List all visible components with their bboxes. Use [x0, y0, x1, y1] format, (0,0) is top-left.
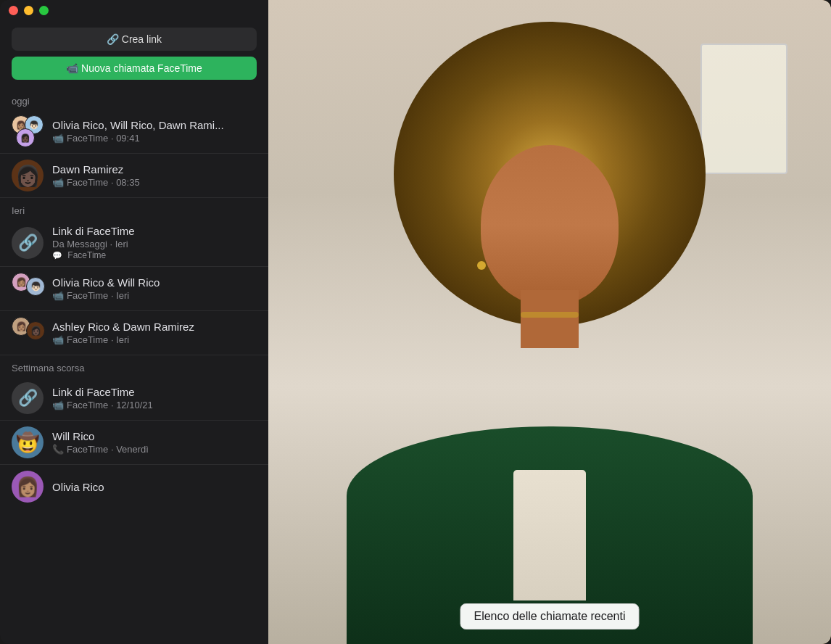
avatar-ashley-dawn: 👩🏽 👩🏿: [12, 317, 44, 349]
title-bar: [0, 0, 268, 20]
call-meta-olivia-will: 📹 FaceTime · Ieri: [52, 290, 257, 301]
section-label-settimana: Settimana scorsa: [0, 355, 268, 376]
facetime-icon: 📹: [52, 400, 64, 410]
phone-icon: 📞: [52, 444, 64, 455]
call-meta-link2: 📹 FaceTime · 12/10/21: [52, 400, 257, 410]
facetime-icon: 📹: [52, 177, 64, 188]
call-item-dawn[interactable]: 👩🏿 Dawn Ramirez 📹 FaceTime · 08:35: [0, 154, 268, 198]
link-icon2: 🔗: [12, 382, 44, 414]
facetime-icon: 📹: [52, 133, 64, 144]
call-name-olivia-will: Olivia Rico & Will Rico: [52, 276, 257, 289]
call-item-link1[interactable]: 🔗 Link di FaceTime Da Messaggi · Ieri 💬 …: [0, 219, 268, 267]
avatar-olivia: 👩🏽: [12, 471, 44, 503]
avatar-dawn: 👩🏿: [12, 160, 44, 191]
facetime-icon: 📹: [52, 334, 64, 345]
call-meta-will: 📞 FaceTime · Venerdì: [52, 444, 257, 455]
call-info-olivia-will: Olivia Rico & Will Rico 📹 FaceTime · Ier…: [52, 276, 257, 301]
call-name-will: Will Rico: [52, 430, 257, 442]
call-info-dawn: Dawn Ramirez 📹 FaceTime · 08:35: [52, 163, 257, 188]
avatar-olivia-will: 👩🏽 👦🏻: [12, 273, 44, 305]
call-item-ashley-dawn[interactable]: 👩🏽 👩🏿 Ashley Rico & Dawn Ramirez 📹 FaceT…: [0, 311, 268, 355]
avatar-will: 🤠: [12, 426, 44, 458]
sidebar: 🔗 Crea link 📹 Nuova chiamata FaceTime og…: [0, 0, 268, 644]
caption: Elenco delle chiamate recenti: [460, 603, 639, 629]
call-meta-sub-link1: 💬 FaceTime: [52, 250, 257, 260]
create-link-button[interactable]: 🔗 Crea link: [12, 28, 257, 51]
call-item-group1[interactable]: 👩🏽 👦🏻 👩🏿 Olivia Rico, Will Rico, Dawn Ra…: [0, 110, 268, 154]
call-info-ashley-dawn: Ashley Rico & Dawn Ramirez 📹 FaceTime · …: [52, 321, 257, 345]
call-info-link1: Link di FaceTime Da Messaggi · Ieri 💬 Fa…: [52, 225, 257, 260]
call-name-ashley-dawn: Ashley Rico & Dawn Ramirez: [52, 321, 257, 333]
call-info-link2: Link di FaceTime 📹 FaceTime · 12/10/21: [52, 386, 257, 410]
call-list: oggi 👩🏽 👦🏻 👩🏿 Olivia Rico, Will Rico, Da…: [0, 88, 268, 644]
call-name-olivia: Olivia Rico: [52, 481, 257, 493]
call-name: Olivia Rico, Will Rico, Dawn Rami...: [52, 119, 257, 131]
section-label-oggi: oggi: [0, 88, 268, 110]
close-button[interactable]: [9, 6, 18, 15]
section-label-ieri: Ieri: [0, 198, 268, 219]
avatar-group1: 👩🏽 👦🏻 👩🏿: [12, 115, 44, 147]
facetime-background: Elenco delle chiamate recenti: [268, 0, 831, 644]
call-name-link1: Link di FaceTime: [52, 225, 257, 237]
call-info-group1: Olivia Rico, Will Rico, Dawn Rami... 📹 F…: [52, 119, 257, 144]
call-meta-dawn: 📹 FaceTime · 08:35: [52, 177, 257, 188]
maximize-button[interactable]: [39, 6, 49, 15]
call-item-will[interactable]: 🤠 Will Rico 📞 FaceTime · Venerdì: [0, 421, 268, 465]
call-info-will: Will Rico 📞 FaceTime · Venerdì: [52, 430, 257, 455]
call-name-link2: Link di FaceTime: [52, 386, 257, 398]
facetime-icon: 📹: [52, 290, 64, 301]
call-item-olivia-will[interactable]: 👩🏽 👦🏻 Olivia Rico & Will Rico 📹 FaceTime…: [0, 267, 268, 311]
call-item-link2[interactable]: 🔗 Link di FaceTime 📹 FaceTime · 12/10/21: [0, 376, 268, 421]
minimize-button[interactable]: [24, 6, 33, 15]
call-info-olivia: Olivia Rico: [52, 481, 257, 493]
call-name-dawn: Dawn Ramirez: [52, 163, 257, 176]
call-meta-link1: Da Messaggi · Ieri: [52, 239, 257, 249]
main-content: Elenco delle chiamate recenti: [268, 0, 831, 644]
call-meta-ashley-dawn: 📹 FaceTime · Ieri: [52, 334, 257, 345]
call-item-olivia[interactable]: 👩🏽 Olivia Rico: [0, 465, 268, 508]
new-facetime-button[interactable]: 📹 Nuova chiamata FaceTime: [12, 57, 257, 80]
link-icon1: 🔗: [12, 227, 44, 259]
call-meta: 📹 FaceTime · 09:41: [52, 133, 257, 144]
